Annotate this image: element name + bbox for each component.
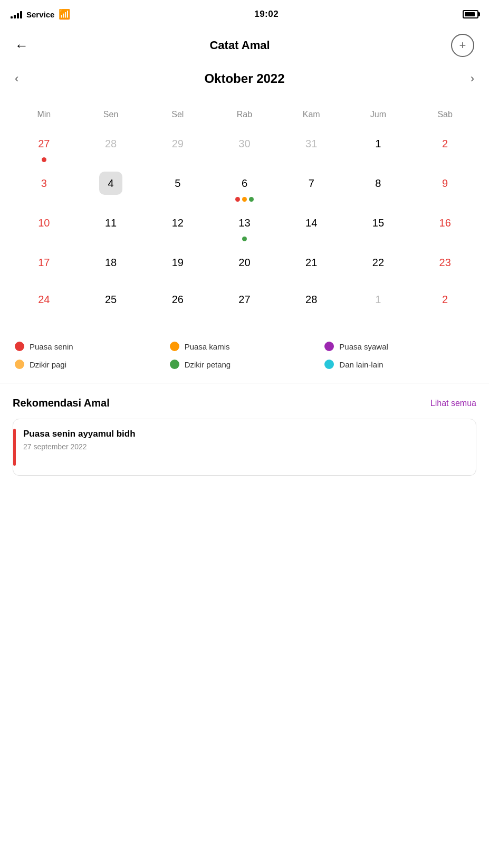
page-title: Catat Amal [209, 39, 270, 52]
prev-month-button[interactable]: ‹ [11, 68, 23, 90]
day-header-sel: Sel [144, 106, 211, 124]
day-number: 20 [233, 251, 256, 274]
legend-item: Puasa senin [15, 342, 165, 351]
legend-item: Dzikir petang [170, 360, 320, 369]
day-header-sab: Sab [411, 106, 478, 124]
event-dot [249, 197, 254, 202]
calendar-cell[interactable]: 1 [345, 284, 412, 320]
day-number: 8 [367, 172, 390, 195]
calendar-weeks: 2728293031123456789101112131415161718192… [11, 128, 478, 320]
day-number: 9 [434, 172, 457, 195]
calendar-cell[interactable]: 2 [411, 128, 478, 167]
calendar-cell[interactable]: 28 [278, 284, 345, 320]
calendar-cell[interactable]: 22 [345, 247, 412, 284]
recommendations-header: Rekomendasi Amal Lihat semua [13, 397, 476, 409]
day-number: 27 [32, 132, 55, 155]
legend-label: Puasa kamis [185, 342, 230, 351]
legend-item: Dan lain-lain [324, 360, 474, 369]
day-number: 28 [99, 132, 122, 155]
calendar-cell[interactable]: 28 [78, 128, 145, 167]
next-month-button[interactable]: › [466, 68, 478, 90]
day-header-min: Min [11, 106, 78, 124]
card-content: Puasa senin ayyamul bidh27 september 202… [23, 429, 466, 451]
day-number: 15 [367, 211, 390, 234]
calendar-cell[interactable]: 23 [411, 247, 478, 284]
calendar-cell[interactable]: 9 [411, 167, 478, 207]
calendar-cell[interactable]: 11 [78, 207, 145, 247]
calendar-cell[interactable]: 30 [211, 128, 278, 167]
recommendation-card[interactable]: Puasa senin ayyamul bidh27 september 202… [13, 419, 476, 476]
battery-icon [463, 10, 478, 18]
day-number: 29 [166, 132, 189, 155]
calendar-cell[interactable]: 29 [144, 128, 211, 167]
day-number: 19 [166, 251, 189, 274]
section-divider [0, 383, 489, 383]
carrier-name: Service [26, 10, 54, 19]
calendar-cell[interactable]: 20 [211, 247, 278, 284]
calendar-cell[interactable]: 27 [11, 128, 78, 167]
status-bar: Service 📶 19:02 [0, 0, 489, 29]
day-number: 25 [99, 288, 122, 311]
day-number: 1 [367, 288, 390, 311]
recommendations-section: Rekomendasi Amal Lihat semua Puasa senin… [0, 392, 489, 486]
calendar-cell[interactable]: 15 [345, 207, 412, 247]
day-number: 26 [166, 288, 189, 311]
day-number: 2 [434, 288, 457, 311]
day-number: 18 [99, 251, 122, 274]
wifi-icon: 📶 [59, 8, 70, 20]
calendar-cell[interactable]: 12 [144, 207, 211, 247]
add-button[interactable]: + [451, 34, 474, 57]
calendar-grid: MinSenSelRabKamJumSab 272829303112345678… [11, 106, 478, 320]
calendar-cell[interactable]: 6 [211, 167, 278, 207]
day-number: 2 [434, 132, 457, 155]
calendar-cell[interactable]: 25 [78, 284, 145, 320]
calendar-cell[interactable]: 7 [278, 167, 345, 207]
event-dot [242, 237, 247, 241]
legend-dot [324, 342, 334, 351]
day-headers: MinSenSelRabKamJumSab [11, 106, 478, 124]
calendar-cell[interactable]: 13 [211, 207, 278, 247]
recommendation-cards: Puasa senin ayyamul bidh27 september 202… [13, 419, 476, 476]
legend-dot [324, 360, 334, 369]
calendar-cell[interactable]: 16 [411, 207, 478, 247]
calendar-cell[interactable]: 17 [11, 247, 78, 284]
legend-item: Puasa kamis [170, 342, 320, 351]
day-number: 16 [434, 211, 457, 234]
day-number: 27 [233, 288, 256, 311]
legend-section: Puasa seninPuasa kamisPuasa syawalDzikir… [0, 331, 489, 374]
day-number: 24 [32, 288, 55, 311]
legend-dot [170, 342, 179, 351]
calendar-cell[interactable]: 10 [11, 207, 78, 247]
day-header-kam: Kam [278, 106, 345, 124]
day-dots [42, 157, 46, 162]
signal-icon [11, 10, 22, 18]
month-title: Oktober 2022 [204, 71, 284, 86]
day-dots [235, 197, 254, 202]
calendar-cell[interactable]: 26 [144, 284, 211, 320]
day-number: 22 [367, 251, 390, 274]
day-number: 28 [300, 288, 323, 311]
calendar-cell[interactable]: 3 [11, 167, 78, 207]
calendar-cell[interactable]: 5 [144, 167, 211, 207]
calendar-cell[interactable]: 4 [78, 167, 145, 207]
day-header-jum: Jum [345, 106, 412, 124]
calendar-cell[interactable]: 31 [278, 128, 345, 167]
legend-item: Puasa syawal [324, 342, 474, 351]
calendar-cell[interactable]: 18 [78, 247, 145, 284]
day-number: 11 [99, 211, 122, 234]
day-number: 31 [300, 132, 323, 155]
calendar-cell[interactable]: 27 [211, 284, 278, 320]
calendar-cell[interactable]: 2 [411, 284, 478, 320]
calendar-cell[interactable]: 1 [345, 128, 412, 167]
calendar-cell[interactable]: 24 [11, 284, 78, 320]
calendar-cell[interactable]: 14 [278, 207, 345, 247]
legend-dot [170, 360, 179, 369]
day-number: 17 [32, 251, 55, 274]
event-dot [242, 197, 247, 202]
calendar-cell[interactable]: 19 [144, 247, 211, 284]
view-all-button[interactable]: Lihat semua [430, 399, 476, 408]
calendar-cell[interactable]: 8 [345, 167, 412, 207]
event-dot [42, 157, 46, 162]
back-button[interactable]: ← [15, 37, 28, 54]
calendar-cell[interactable]: 21 [278, 247, 345, 284]
